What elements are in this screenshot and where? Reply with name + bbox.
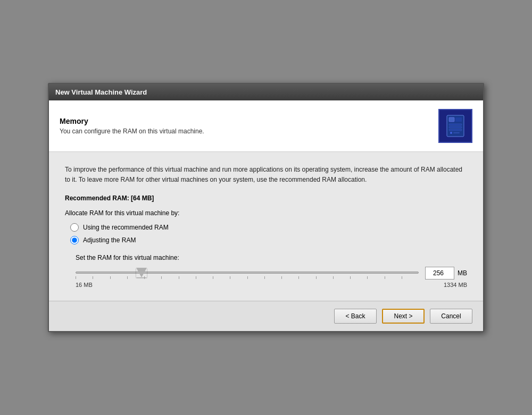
next-button[interactable]: Next > [382, 309, 425, 324]
tick [93, 276, 110, 279]
svg-rect-4 [449, 124, 462, 125]
svg-rect-6 [449, 129, 462, 131]
slider-range-labels: 16 MB 1334 MB [76, 282, 467, 288]
section-title: Memory [60, 117, 204, 125]
description-text: To improve the performance of this virtu… [65, 165, 467, 185]
radio-recommended[interactable] [70, 223, 79, 232]
content-section: To improve the performance of this virtu… [49, 152, 483, 301]
section-subtitle: You can configure the RAM on this virtua… [60, 128, 204, 135]
tick [333, 276, 350, 279]
header-text: Memory You can configure the RAM on this… [60, 117, 204, 135]
cancel-button[interactable]: Cancel [430, 309, 472, 324]
slider-label: Set the RAM for this virtual machine: [76, 254, 467, 261]
radio-adjusting-label: Adjusting the RAM [83, 236, 136, 244]
svg-point-7 [450, 132, 452, 134]
tick [367, 276, 384, 279]
tick [196, 276, 213, 279]
tick [350, 276, 367, 279]
slider-max-label: 1334 MB [444, 282, 467, 288]
tick [127, 276, 144, 279]
svg-rect-3 [455, 117, 462, 122]
wizard-window: New Virtual Machine Wizard Memory You ca… [48, 83, 484, 332]
recommended-ram-label: Recommended RAM: [64 MB] [65, 194, 467, 202]
tick [298, 276, 315, 279]
tick [247, 276, 264, 279]
header-section: Memory You can configure the RAM on this… [49, 100, 483, 152]
computer-icon [438, 109, 472, 143]
tick [402, 276, 419, 279]
tick [385, 276, 402, 279]
ram-slider[interactable] [76, 272, 419, 274]
radio-recommended-label: Using the recommended RAM [83, 224, 169, 231]
tick [316, 276, 333, 279]
tick [161, 276, 178, 279]
ram-input-wrapper: MB [425, 267, 467, 280]
title-bar: New Virtual Machine Wizard [49, 84, 483, 100]
svg-rect-1 [449, 117, 454, 122]
ram-unit-label: MB [458, 269, 467, 277]
allocate-label: Allocate RAM for this virtual machine by… [65, 209, 467, 217]
tick [213, 276, 230, 279]
svg-rect-8 [453, 132, 460, 133]
tick [281, 276, 298, 279]
radio-adjusting[interactable] [70, 236, 79, 244]
svg-rect-5 [449, 126, 462, 128]
computer-svg-icon [443, 113, 468, 139]
back-button[interactable]: < Back [334, 309, 377, 324]
slider-min-label: 16 MB [76, 282, 93, 288]
ram-value-input[interactable] [425, 267, 454, 280]
footer-section: < Back Next > Cancel [49, 301, 483, 331]
tick [110, 276, 127, 279]
window-title: New Virtual Machine Wizard [55, 88, 147, 96]
radio-option-recommended[interactable]: Using the recommended RAM [70, 223, 467, 232]
tick [144, 276, 161, 279]
tick [230, 276, 247, 279]
radio-option-adjusting[interactable]: Adjusting the RAM [70, 236, 467, 244]
radio-group: Using the recommended RAM Adjusting the … [70, 223, 467, 244]
tick [179, 276, 196, 279]
slider-row: MB [76, 267, 467, 280]
tick [76, 276, 93, 279]
ticks-row [76, 276, 419, 279]
slider-section: Set the RAM for this virtual machine: [76, 254, 467, 288]
slider-container [76, 267, 419, 279]
tick [264, 276, 281, 279]
